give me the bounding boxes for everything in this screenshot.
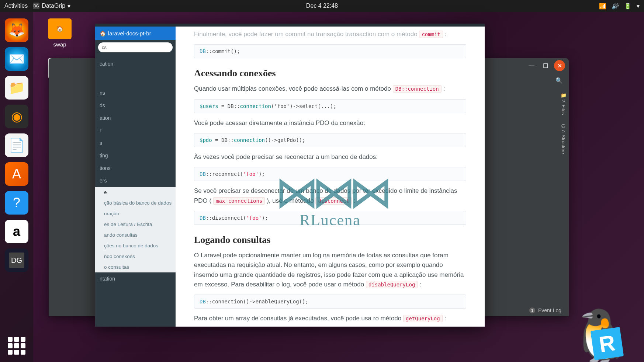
datagrip-launcher[interactable]: DG [5,248,28,272]
paragraph: Quando usar múltiplas conexões, você pod… [194,84,466,94]
browser-window: 🏠 laravel-docs-pt-br cation ns ds ation … [95,24,485,327]
amazon-launcher[interactable]: a [5,220,28,243]
show-applications-button[interactable] [8,337,25,355]
inline-code: getQueryLog [403,315,443,322]
sidebar-subitem[interactable]: uração [100,208,171,219]
docs-sidebar: 🏠 laravel-docs-pt-br cation ns ds ation … [95,27,176,327]
inline-code: disconnect [315,197,352,205]
software-launcher[interactable]: A [5,162,28,186]
code-block: DB::reconnect('foo'); [194,167,466,181]
sidebar-item-active[interactable]: e ção básica do banco de dados uração es… [95,187,176,272]
desktop-icon-label: swap [48,41,72,48]
folder-icon: 📁 [561,92,566,98]
code-block: DB::connection()->enableQueryLog(); [194,295,466,309]
side-tab-files[interactable]: 📁 2: Files [559,88,568,119]
sidebar-subitem[interactable]: o consultas [100,262,171,272]
heading-logando-consultas: Logando consultas [194,234,466,246]
sidebar-item[interactable]: ns [95,87,176,99]
sidebar-subitem[interactable]: ando consultas [100,230,171,240]
gnome-topbar: Activities DG DataGrip ▾ Dec 4 22:48 📶 🔊… [0,0,644,12]
chevron-down-icon[interactable]: ▾ [637,3,640,10]
code-block: $users = DB::connection('foo')->select(.… [194,99,466,113]
files-launcher[interactable]: 📁 [5,76,28,100]
sidebar-item[interactable]: ntation [95,272,176,285]
paragraph: Você pode acessar diretamente a instânci… [194,118,466,128]
close-button[interactable]: ✕ [554,60,565,71]
event-log-link[interactable]: Event Log [538,307,561,313]
sidebar-item-label: e [100,187,171,198]
sidebar-item[interactable]: cation [95,58,176,70]
battery-icon[interactable]: 🔋 [624,3,631,10]
desktop-icon-swap[interactable]: 🏠 swap [48,18,72,48]
code-block: DB::commit(); [194,44,466,58]
sidebar-item[interactable]: ers [95,174,176,187]
paragraph: Para obter um array de consutlas já exec… [194,314,466,323]
breadcrumb[interactable]: 🏠 laravel-docs-pt-br [95,27,176,40]
paragraph: Às vezes você pode precisar se reconecta… [194,152,466,162]
code-block: DB::disconnect('foo'); [194,211,466,225]
volume-icon[interactable]: 🔊 [612,3,619,10]
rhythmbox-launcher[interactable]: ◉ [5,105,28,128]
event-count-badge: 1 [529,307,535,313]
inline-code: max_connections [213,197,265,205]
sidebar-subitem[interactable]: ções no banco de dados [100,240,171,251]
sidebar-item[interactable]: r [95,124,176,137]
paragraph: Finalmente, você pode fazer um commit na… [194,29,466,39]
r-badge-icon: R [591,327,624,360]
inline-code: DB::connection [393,85,442,93]
chevron-down-icon: ▾ [67,3,70,10]
wifi-icon[interactable]: 📶 [599,3,606,10]
home-icon: 🏠 [100,31,106,36]
inline-code: disableQueryLog [366,281,418,288]
libreoffice-writer-launcher[interactable]: 📄 [5,133,28,157]
heading-acessando-conexoes: Acessando conexões [194,68,466,79]
sidebar-search [98,42,173,52]
folder-icon: 🏠 [48,18,72,39]
sidebar-subitem[interactable]: es de Leitura / Escrita [100,219,171,230]
paragraph: Se você precisar se desconectar de um ba… [194,186,466,206]
datagrip-icon: DG [33,3,39,9]
search-input[interactable] [98,42,173,52]
minimize-button[interactable]: — [526,60,537,71]
sidebar-item[interactable]: tions [95,162,176,174]
thunderbird-launcher[interactable]: ✉️ [5,47,28,71]
firefox-launcher[interactable]: 🦊 [5,18,28,42]
inline-code: commit [419,31,443,38]
dock: 🦊 ✉️ 📁 ◉ 📄 A ? a DG [0,12,33,362]
sidebar-subitem[interactable]: ção básica do banco de dados [100,198,171,208]
search-icon[interactable]: 🔍 [555,77,563,84]
sidebar-item[interactable]: s [95,137,176,149]
side-tab-structure[interactable]: ⌬ 7: Structure [559,119,568,159]
breadcrumb-label: laravel-docs-pt-br [108,30,151,36]
paragraph: O Laravel pode opcionalmente manter um l… [194,251,466,289]
activities-button[interactable]: Activities [4,3,28,9]
sidebar-item[interactable]: ds [95,99,176,112]
maximize-button[interactable]: ☐ [540,60,551,71]
structure-icon: ⌬ [561,124,566,128]
current-app-menu[interactable]: DG DataGrip ▾ [33,3,70,10]
clock[interactable]: Dec 4 22:48 [306,3,338,9]
help-launcher[interactable]: ? [5,191,28,215]
current-app-label: DataGrip [42,3,65,9]
docs-content: Finalmente, você pode fazer um commit na… [176,27,485,327]
sidebar-item[interactable]: ting [95,149,176,162]
code-block: $pdo = DB::connection()->getPdo(); [194,133,466,147]
sidebar-item[interactable]: ation [95,112,176,124]
sidebar-subitem[interactable]: ndo conexões [100,251,171,262]
